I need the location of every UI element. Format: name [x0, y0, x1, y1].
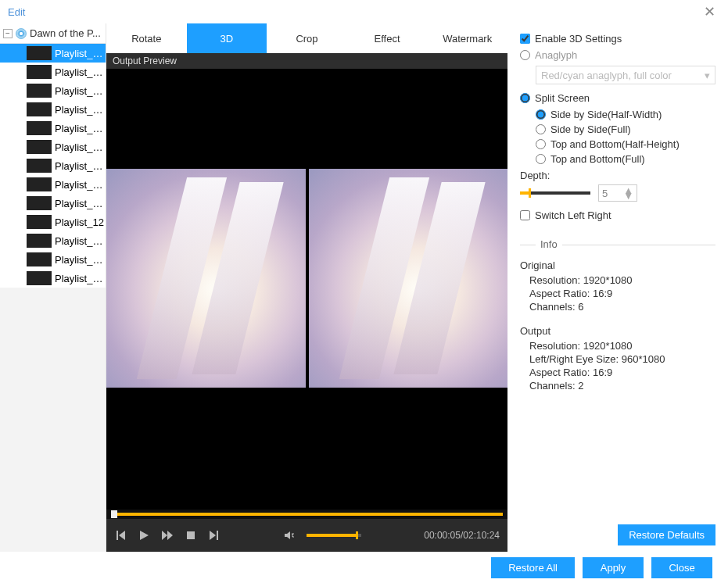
info-original-resolution: Resolution: 1920*1080: [529, 274, 715, 286]
playlist-item[interactable]: Playlist_80..: [0, 44, 106, 63]
timeline-thumb[interactable]: [111, 510, 117, 518]
volume-icon[interactable]: [283, 529, 296, 542]
playlist-item[interactable]: Playlist_14..: [0, 138, 106, 156]
playlist-item[interactable]: Playlist_25..: [0, 63, 106, 81]
playlist-label: Playlist_12: [55, 216, 104, 228]
playlist-item[interactable]: Playlist_141: [0, 250, 106, 269]
info-original-heading: Original: [520, 259, 715, 271]
playlist-label: Playlist_25..: [55, 66, 106, 78]
info-output-channels: Channels: 2: [529, 380, 715, 392]
thumbnail: [27, 121, 52, 135]
depth-slider[interactable]: [520, 191, 590, 195]
player-controls: 00:00:05/02:10:24: [106, 519, 507, 552]
playlist-label: Playlist_122: [55, 235, 106, 247]
playlist-item[interactable]: Playlist_12..: [0, 81, 106, 100]
apply-button[interactable]: Apply: [583, 557, 644, 578]
titlebar: Edit ✕: [0, 0, 728, 23]
restore-all-button[interactable]: Restore All: [491, 557, 575, 578]
thumbnail: [27, 215, 52, 229]
info-original-aspect: Aspect Ratio: 16:9: [529, 288, 715, 299]
side-half-radio[interactable]: Side by Side(Half-Width): [536, 109, 715, 120]
next-icon[interactable]: [208, 529, 221, 542]
sidebar: − Dawn of the P... Playlist_80.. Playlis…: [0, 23, 106, 552]
playlist-label: Playlist_123: [55, 198, 106, 209]
tab-3d[interactable]: 3D: [187, 23, 267, 53]
thumbnail: [27, 159, 52, 173]
tab-crop[interactable]: Crop: [267, 23, 347, 53]
time-display: 00:00:05/02:10:24: [424, 530, 500, 541]
thumbnail: [27, 234, 52, 248]
playlist-item[interactable]: Playlist_251: [0, 175, 106, 194]
playlist-label: Playlist_12..: [55, 104, 106, 116]
playlist-item[interactable]: Playlist_12..: [0, 100, 106, 119]
collapse-icon[interactable]: −: [3, 29, 13, 38]
chevron-down-icon: ▾: [705, 70, 710, 81]
playlist-label: Playlist_80..: [55, 48, 106, 59]
playlist-label: Playlist_12..: [55, 85, 106, 97]
playlist-item[interactable]: Playlist_800: [0, 156, 106, 175]
top-full-radio[interactable]: Top and Bottom(Full): [536, 153, 715, 165]
prev-icon[interactable]: [114, 529, 127, 542]
playlist-label: Playlist_14..: [55, 141, 106, 153]
stop-icon[interactable]: [185, 529, 197, 542]
depth-stepper[interactable]: 5 ▲▼: [598, 184, 637, 202]
playlist-item[interactable]: Playlist_12..: [0, 119, 106, 138]
tabs: Rotate 3D Crop Effect Watermark: [106, 23, 507, 53]
switch-lr-checkbox[interactable]: Switch Left Right: [520, 209, 715, 221]
volume-slider[interactable]: [307, 534, 361, 537]
spinner-arrows-icon[interactable]: ▲▼: [623, 188, 633, 199]
playlist-item[interactable]: Playlist_123: [0, 194, 106, 213]
anaglyph-radio[interactable]: Anaglyph: [520, 49, 715, 61]
thumbnail: [27, 177, 52, 191]
enable-3d-checkbox[interactable]: Enable 3D Settings: [520, 33, 715, 45]
playlist-label: Playlist_800: [55, 160, 106, 172]
settings-panel: Enable 3D Settings Anaglyph Red/cyan ana…: [507, 23, 728, 552]
close-icon[interactable]: ✕: [699, 3, 720, 20]
playlist-label: Playlist_141: [55, 254, 106, 266]
split-screen-radio[interactable]: Split Screen: [520, 92, 715, 104]
top-half-radio[interactable]: Top and Bottom(Half-Height): [536, 138, 715, 150]
depth-label: Depth:: [520, 170, 715, 181]
svg-rect-0: [187, 531, 195, 539]
thumbnail: [27, 252, 52, 266]
anaglyph-select-value: Red/cyan anaglyph, full color: [541, 70, 672, 81]
preview-area: Output Preview: [106, 53, 507, 552]
info-title: Info: [536, 238, 562, 250]
thumbnail: [27, 271, 52, 285]
preview-right-eye: [309, 169, 508, 388]
timeline[interactable]: [106, 510, 507, 519]
thumbnail: [27, 102, 52, 116]
playlist-item[interactable]: Playlist_122: [0, 231, 106, 250]
playlist-item[interactable]: Playlist_250: [0, 269, 106, 288]
disc-header[interactable]: − Dawn of the P...: [0, 23, 106, 44]
tab-rotate[interactable]: Rotate: [106, 23, 187, 53]
disc-name: Dawn of the P...: [30, 27, 102, 39]
info-output-heading: Output: [520, 325, 715, 337]
playlist-label: Playlist_251: [55, 179, 106, 191]
playlist-item[interactable]: Playlist_12: [0, 213, 106, 231]
info-output-aspect: Aspect Ratio: 16:9: [529, 367, 715, 378]
window-title: Edit: [8, 6, 25, 18]
close-button[interactable]: Close: [651, 557, 712, 578]
anaglyph-select[interactable]: Red/cyan anaglyph, full color ▾: [536, 66, 715, 84]
tab-watermark[interactable]: Watermark: [427, 23, 507, 53]
thumbnail: [27, 84, 52, 98]
thumbnail: [27, 196, 52, 210]
playlist-label: Playlist_12..: [55, 123, 106, 134]
restore-defaults-button[interactable]: Restore Defaults: [618, 524, 715, 545]
play-icon[interactable]: [138, 529, 150, 542]
playlist-label: Playlist_250: [55, 273, 106, 284]
info-output-eye: Left/Right Eye Size: 960*1080: [529, 353, 715, 365]
tab-effect[interactable]: Effect: [347, 23, 428, 53]
side-full-radio[interactable]: Side by Side(Full): [536, 123, 715, 135]
footer: Restore All Apply Close: [0, 552, 728, 583]
preview-left-eye: [106, 169, 306, 388]
thumbnail: [27, 140, 52, 154]
thumbnail: [27, 46, 52, 60]
disc-icon: [16, 28, 27, 39]
preview-title: Output Preview: [106, 53, 507, 69]
thumbnail: [27, 65, 52, 79]
info-output-resolution: Resolution: 1920*1080: [529, 340, 715, 352]
fast-forward-icon[interactable]: [161, 529, 174, 542]
info-original-channels: Channels: 6: [529, 301, 715, 313]
